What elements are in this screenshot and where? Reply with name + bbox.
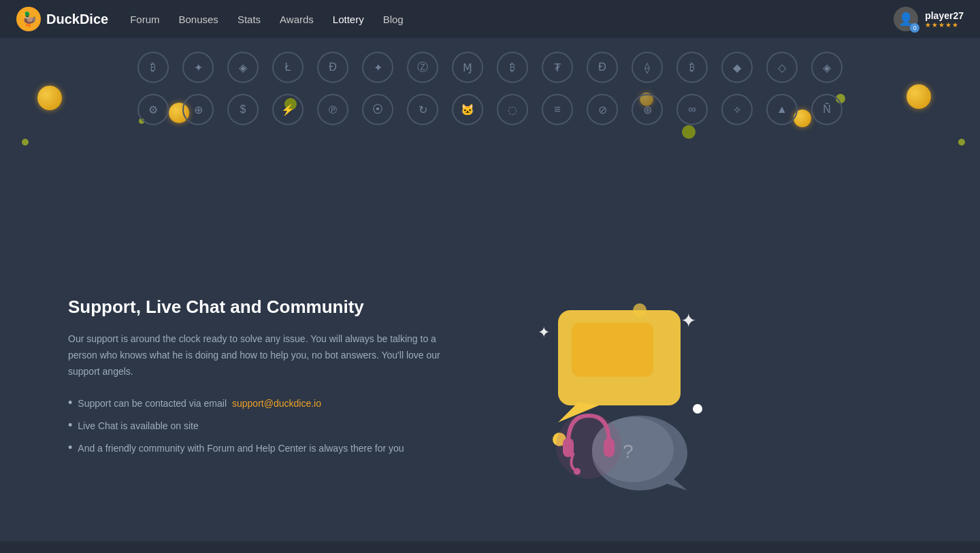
support-email-link[interactable]: support@duckdice.io: [232, 398, 321, 409]
crypto-eth2: ⟠: [632, 52, 663, 83]
crypto-row-1: ₿ ✦ ◈ Ł Ð ✦ Ⓩ Ɱ ₿ ₮ Đ ⟠ ₿ ◆: [41, 52, 939, 83]
crypto-bsv: ₿: [676, 52, 708, 83]
main-nav: Forum Bonuses Stats Awards Lottery Blog: [130, 14, 894, 25]
svg-rect-1: [572, 322, 653, 377]
nav-stats[interactable]: Stats: [238, 14, 261, 25]
username: player27: [925, 10, 964, 21]
user-info: player27 ★★★★★: [925, 10, 964, 29]
support-svg-illustration: ✦ ✦ ✦ ?: [504, 297, 721, 501]
crypto-zec: Ⓩ: [407, 52, 438, 83]
nav-awards[interactable]: Awards: [280, 14, 314, 25]
svg-text:✦: ✦: [681, 310, 696, 331]
nav-forum[interactable]: Forum: [130, 14, 159, 25]
crypto-usdt: ₮: [542, 52, 573, 83]
support-list: Support can be contacted via email suppo…: [68, 396, 463, 455]
support-content: Support, Live Chat and Community Our sup…: [68, 297, 463, 455]
nav-lottery[interactable]: Lottery: [333, 14, 364, 25]
crypto-link: ⚙: [137, 94, 169, 125]
svg-text:✦: ✦: [538, 324, 550, 341]
crypto-bch: ₿: [497, 52, 528, 83]
crypto-syn: ↻: [407, 94, 438, 125]
crypto-nano: ◇: [766, 52, 798, 83]
support-image: ✦ ✦ ✦ ?: [504, 297, 721, 501]
support-section: Support, Live Chat and Community Our sup…: [0, 256, 980, 541]
support-bullet-2: Live Chat is available on site: [68, 418, 463, 433]
avatar[interactable]: 👤 0: [894, 7, 918, 31]
footer: Terms Of Use Privacy Policy About Us Gam…: [0, 541, 980, 553]
svg-point-16: [574, 468, 581, 475]
svg-rect-15: [604, 438, 615, 457]
crypto-btc: ₿: [137, 52, 169, 83]
crypto-inf: ∞: [676, 94, 708, 125]
crypto-star: ⟡: [721, 94, 753, 125]
decoration-area: ₿ ✦ ◈ Ł Ð ✦ Ⓩ Ɱ ₿ ₮ Đ ⟠ ₿ ◆: [0, 38, 980, 256]
crypto-waves: ◌: [497, 94, 528, 125]
crypto-xmr: Ɱ: [452, 52, 483, 83]
crypto-usd: $: [227, 94, 259, 125]
crypto-dot: ℗: [317, 94, 348, 125]
crypto-vet: ◆: [721, 52, 753, 83]
floating-dot-1: [22, 139, 29, 146]
svg-point-7: [633, 303, 647, 317]
footer-links: Terms Of Use Privacy Policy About Us Gam…: [0, 541, 980, 553]
user-badge: 0: [910, 23, 919, 33]
crypto-link2: ⊛: [632, 94, 663, 125]
support-bullet-1: Support can be contacted via email suppo…: [68, 396, 463, 410]
crypto-strat: ≡: [542, 94, 573, 125]
support-bullet-3: And a friendly community with Forum and …: [68, 441, 463, 455]
crypto-icx: ⦿: [362, 94, 393, 125]
svg-point-8: [693, 404, 702, 414]
crypto-near: Ñ: [811, 94, 843, 125]
crypto-neo: ⊘: [587, 94, 618, 125]
svg-text:?: ?: [623, 441, 634, 462]
header: 🦆 DuckDice Forum Bonuses Stats Awards Lo…: [0, 0, 980, 38]
crypto-avax: ▲: [766, 94, 798, 125]
support-title: Support, Live Chat and Community: [68, 297, 463, 318]
crypto-bsc: ⊕: [182, 94, 214, 125]
crypto-bnb: ◈: [811, 52, 843, 83]
nav-bonuses[interactable]: Bonuses: [179, 14, 218, 25]
support-bullet-1-text: Support can be contacted via email: [78, 398, 227, 409]
floating-dot-6: [958, 139, 965, 146]
crypto-stellar: ✦: [362, 52, 393, 83]
user-area: 👤 0 player27 ★★★★★: [894, 7, 964, 31]
crypto-eth: ◈: [227, 52, 259, 83]
logo-duck-icon: 🦆: [16, 7, 41, 31]
crypto-dash: Ð: [317, 52, 348, 83]
crypto-doge: Đ: [587, 52, 618, 83]
crypto-grid: ₿ ✦ ◈ Ł Ð ✦ Ⓩ Ɱ ₿ ₮ Đ ⟠ ₿ ◆: [0, 38, 980, 139]
logo-text: DuckDice: [46, 12, 108, 27]
crypto-xrp: ✦: [182, 52, 214, 83]
user-stars: ★★★★★: [925, 21, 964, 29]
crypto-ltc: Ł: [272, 52, 304, 83]
support-description: Our support is around the clock ready to…: [68, 331, 463, 380]
crypto-lightning: ⚡: [272, 94, 304, 125]
crypto-shiba: 🐱: [452, 94, 483, 125]
crypto-row-2: ⚙ ⊕ $ ⚡ ℗ ⦿ ↻ 🐱 ◌ ≡ ⊘ ⊛ ∞ ⟡: [41, 94, 939, 125]
logo-area[interactable]: 🦆 DuckDice: [16, 7, 108, 31]
nav-blog[interactable]: Blog: [383, 14, 404, 25]
